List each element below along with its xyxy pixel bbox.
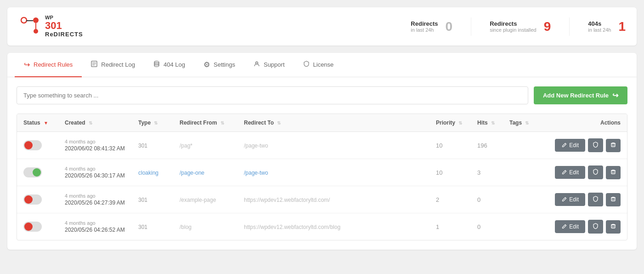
add-button-icon: ↪ <box>612 91 618 100</box>
search-input[interactable] <box>17 86 528 104</box>
svg-point-1 <box>33 17 39 23</box>
tab-redirect-log-label: Redirect Log <box>101 61 135 68</box>
tab-settings[interactable]: ⚙ Settings <box>194 53 244 77</box>
main-content: ↪ Redirect Rules Redirect Log 404 Log ⚙ … <box>7 53 637 250</box>
date-cell-3: 4 months ago 2020/05/26 04:26:52 AM <box>65 220 125 233</box>
status-toggle-2[interactable] <box>23 194 42 205</box>
redirect-log-icon <box>91 61 97 69</box>
shield-button-2[interactable] <box>588 193 603 206</box>
created-cell-0: 4 months ago 2020/06/02 08:41:32 AM <box>58 132 132 159</box>
type-link-1[interactable]: cloaking <box>138 170 158 176</box>
date-ago-2: 4 months ago <box>65 193 125 199</box>
edit-label-1: Edit <box>569 169 579 176</box>
table-header-row: Status ▼ Created ⇅ Type ⇅ <box>17 114 627 132</box>
col-header-hits[interactable]: Hits ⇅ <box>471 114 503 132</box>
status-toggle-3[interactable] <box>23 222 42 232</box>
date-cell-1: 4 months ago 2020/05/26 04:30:17 AM <box>65 166 125 179</box>
svg-rect-21 <box>611 171 615 174</box>
status-toggle-0[interactable] <box>23 140 42 150</box>
actions-cell-0: Edit <box>544 132 627 159</box>
edit-button-2[interactable]: Edit <box>555 193 585 206</box>
tab-redirect-rules[interactable]: ↪ Redirect Rules <box>15 53 82 77</box>
delete-icon-1 <box>610 169 616 175</box>
priority-cell-0: 10 <box>429 132 471 159</box>
type-cell-3: 301 <box>132 213 173 240</box>
table-row: 4 months ago 2020/05/26 04:30:17 AM cloa… <box>17 159 627 186</box>
actions-group-1: Edit <box>551 166 621 179</box>
redirect-to-link-1[interactable]: /page-two <box>244 170 268 176</box>
tabs-nav: ↪ Redirect Rules Redirect Log 404 Log ⚙ … <box>7 53 637 77</box>
priority-value-0: 10 <box>436 142 442 149</box>
edit-label-2: Edit <box>569 196 579 203</box>
date-full-0: 2020/06/02 08:41:32 AM <box>65 145 125 152</box>
delete-button-3[interactable] <box>606 220 621 234</box>
sort-icon-priority: ⇅ <box>458 120 462 126</box>
hits-value-3: 0 <box>477 223 480 230</box>
col-header-tags[interactable]: Tags ⇅ <box>503 114 544 132</box>
stat-label-redirects-total: Redirects since plugin installed <box>490 20 537 33</box>
tab-redirect-log[interactable]: Redirect Log <box>82 53 144 77</box>
priority-value-2: 2 <box>436 196 439 203</box>
edit-icon-1 <box>561 170 567 175</box>
status-toggle-1[interactable] <box>23 167 42 177</box>
hits-cell-3: 0 <box>471 213 503 240</box>
svg-point-13 <box>154 61 159 63</box>
tags-cell-2 <box>503 186 544 213</box>
toggle-wrap-1 <box>23 167 52 177</box>
shield-button-0[interactable] <box>588 138 603 152</box>
edit-icon-3 <box>561 224 567 229</box>
redirect-to-cell-0: /page-two <box>237 132 429 159</box>
shield-icon-0 <box>593 142 599 148</box>
logo-icon <box>18 15 40 38</box>
table-row: 4 months ago 2020/05/26 04:26:52 AM 301 … <box>17 213 627 240</box>
header-card: WP 301 ReDIRECTS Redirects in last 24h 0… <box>7 7 637 46</box>
date-full-1: 2020/05/26 04:30:17 AM <box>65 172 125 179</box>
col-header-type[interactable]: Type ⇅ <box>132 114 173 132</box>
col-header-created[interactable]: Created ⇅ <box>58 114 132 132</box>
actions-group-0: Edit <box>551 138 621 152</box>
toggle-knob-2 <box>24 195 33 204</box>
delete-button-2[interactable] <box>606 193 621 206</box>
edit-label-0: Edit <box>569 142 579 148</box>
date-cell-2: 4 months ago 2020/05/26 04:27:39 AM <box>65 193 125 206</box>
priority-cell-3: 1 <box>429 213 471 240</box>
col-header-redirect-to[interactable]: Redirect To ⇅ <box>237 114 429 132</box>
license-icon <box>303 61 310 69</box>
tab-support[interactable]: Support <box>244 53 294 77</box>
delete-button-0[interactable] <box>606 139 621 152</box>
edit-button-1[interactable]: Edit <box>555 166 585 179</box>
shield-button-1[interactable] <box>588 166 603 179</box>
redirect-from-cell-0: /pag* <box>173 132 237 159</box>
shield-icon-1 <box>593 169 599 175</box>
actions-group-2: Edit <box>551 193 621 206</box>
redirect-from-value-3: /blog <box>180 224 192 230</box>
stat-redirects-total: Redirects since plugin installed 9 <box>490 19 551 34</box>
edit-button-3[interactable]: Edit <box>555 220 585 233</box>
table-row: 4 months ago 2020/06/02 08:41:32 AM 301 … <box>17 132 627 159</box>
date-ago-0: 4 months ago <box>65 139 125 144</box>
stat-value-404s-24h: 1 <box>618 19 626 34</box>
created-cell-1: 4 months ago 2020/05/26 04:30:17 AM <box>58 159 132 186</box>
redirect-to-value-3: https://wpdev12.webfactoryltd.com/blog <box>244 224 340 230</box>
actions-group-3: Edit <box>551 220 621 234</box>
tab-license[interactable]: License <box>294 53 343 77</box>
toggle-knob-0 <box>24 141 33 149</box>
tab-404-log[interactable]: 404 Log <box>144 53 194 77</box>
type-cell-2: 301 <box>132 186 173 213</box>
stat-redirects-24h: Redirects in last 24h 0 <box>411 19 452 34</box>
shield-icon-3 <box>593 223 599 229</box>
redirect-from-link-1[interactable]: /page-one <box>180 170 204 176</box>
add-redirect-rule-button[interactable]: Add New Redirect Rule ↪ <box>534 86 627 104</box>
date-cell-0: 4 months ago 2020/06/02 08:41:32 AM <box>65 139 125 152</box>
status-cell-3 <box>17 213 58 240</box>
col-header-priority[interactable]: Priority ⇅ <box>429 114 471 132</box>
tab-content-redirect-rules: Add New Redirect Rule ↪ Status ▼ <box>7 77 637 250</box>
edit-button-0[interactable]: Edit <box>555 139 585 152</box>
col-header-redirect-from[interactable]: Redirect From ⇅ <box>173 114 237 132</box>
sort-icon-hits: ⇅ <box>491 120 495 126</box>
delete-button-1[interactable] <box>606 166 621 179</box>
type-value-0: 301 <box>138 143 147 149</box>
shield-button-3[interactable] <box>588 220 603 234</box>
priority-cell-2: 2 <box>429 186 471 213</box>
date-full-3: 2020/05/26 04:26:52 AM <box>65 227 125 233</box>
